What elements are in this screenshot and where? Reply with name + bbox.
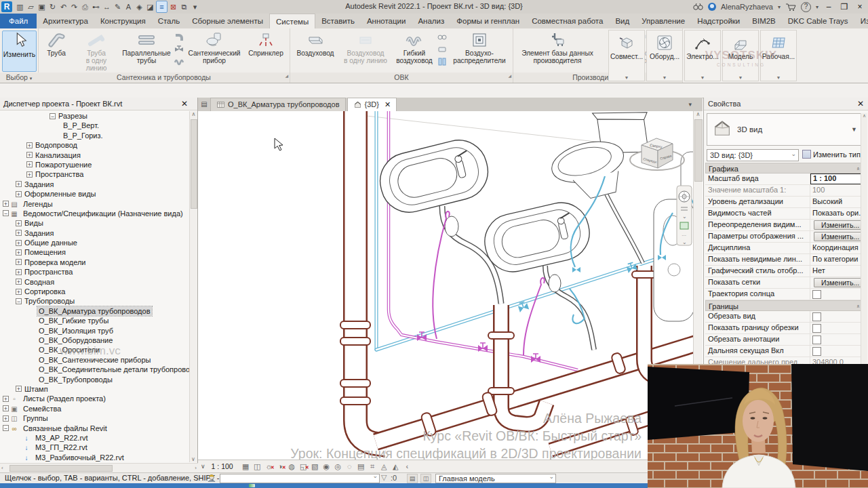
tree-toggle-icon[interactable]: −	[16, 298, 22, 304]
view-scale[interactable]: 1 : 100	[212, 462, 233, 470]
duct-convert-icon[interactable]	[437, 56, 448, 67]
ribbon-button-0-2[interactable]: Параллельные трубы	[120, 30, 173, 70]
property-value-cell[interactable]	[810, 334, 863, 345]
lock-3d-view-icon[interactable]: ◉	[321, 462, 332, 472]
tree-toggle-icon[interactable]: +	[16, 181, 22, 187]
tree-toggle-icon[interactable]: +	[16, 249, 22, 256]
properties-close-icon[interactable]: ✕	[857, 98, 864, 110]
sink-1[interactable]	[374, 134, 501, 304]
undo-icon[interactable]: ↶	[58, 1, 68, 12]
sun-path-icon[interactable]: ☼	[264, 462, 274, 472]
ribbon-tab-3[interactable]: Сталь	[152, 14, 186, 28]
thin-lines-icon[interactable]: ≡	[156, 1, 167, 13]
select-panel-label[interactable]: Выбор ▾	[0, 73, 38, 83]
window-icon[interactable]: ▥	[15, 1, 25, 12]
project-browser-header[interactable]: Диспетчер проекта - Проект ВК.rvt ✕	[0, 98, 197, 110]
property-value-cell[interactable]: Показать ори...	[810, 208, 863, 219]
properties-header[interactable]: Свойства ✕	[704, 98, 868, 110]
tree-item[interactable]: +Пространства	[0, 169, 191, 179]
reveal-hidden-icon[interactable]: ◌	[344, 462, 355, 472]
tree-item[interactable]: ↓М3_ГП_R22.rvt	[0, 443, 191, 452]
temporary-hide-isolate-icon[interactable]: ◎	[333, 462, 343, 472]
tree-toggle-icon[interactable]: +	[26, 142, 33, 148]
section-icon[interactable]: ◪	[145, 1, 155, 12]
tree-item[interactable]: +Пространства	[0, 267, 191, 277]
tree-toggle-icon[interactable]: −	[3, 425, 9, 431]
3d-view-drawing[interactable]: Сверху Спереди Справа ⌄ ⋯ ⌄	[198, 111, 703, 460]
tree-toggle-icon[interactable]: +	[16, 279, 22, 285]
tree-item[interactable]: +Проверка модели	[0, 258, 191, 267]
ribbon-button-1-3[interactable]: Воздухо- распределители	[448, 30, 511, 70]
property-value-cell[interactable]: Изменить...	[810, 277, 863, 288]
modify-button[interactable]: Изменить	[2, 30, 37, 72]
property-edit-button[interactable]: Изменить...	[814, 278, 863, 287]
tree-item[interactable]: ↓М3_Разбивочный_R22.rvt	[0, 453, 191, 462]
tree-toggle-icon[interactable]: +	[3, 405, 9, 411]
tree-toggle-icon[interactable]: +	[26, 152, 33, 158]
ribbon-tab-6[interactable]: Вставить	[315, 14, 361, 28]
ribbon-tab-4[interactable]: Сборные элементы	[186, 14, 269, 28]
tree-item[interactable]: +◫Группы	[0, 413, 191, 423]
ribbon-panel-title-1[interactable]: ОВК◢	[290, 73, 513, 83]
dimension-icon[interactable]: ↔	[102, 1, 112, 12]
tree-item[interactable]: О_ВК_Арматура трубопроводов	[0, 306, 191, 316]
property-value-cell[interactable]	[810, 289, 863, 300]
tree-item[interactable]: +▫Листы (Раздел проекта)	[0, 394, 191, 403]
instance-combo[interactable]: 3D вид: {3D}	[707, 149, 799, 161]
ribbon-tab-15[interactable]: DKC Cable Trays	[782, 14, 854, 28]
vcb-collapse-icon[interactable]: ∨	[201, 463, 205, 470]
tree-item[interactable]: В_Р_Гориз.	[0, 131, 191, 140]
ribbon-button-0-0[interactable]: Труба	[40, 30, 73, 70]
pipe-accessory-icon[interactable]	[174, 44, 184, 55]
view-tab-close-icon[interactable]: ✕	[384, 98, 391, 111]
tree-item[interactable]: +Общие данные	[0, 238, 191, 247]
edit-type-button[interactable]: Изменить тип	[802, 149, 861, 161]
tree-item[interactable]: +Сводная	[0, 277, 191, 287]
tree-item[interactable]: −∞Связанные файлы Revit	[0, 424, 191, 433]
property-value-cell[interactable]: Нет	[810, 266, 863, 277]
property-edit-button[interactable]: Изменить...	[814, 232, 863, 241]
ribbon-tab-5[interactable]: Системы	[269, 14, 315, 28]
rendering-dialog-icon[interactable]: ◍	[287, 462, 297, 472]
ribbon-button-2-0[interactable]: Элемент базы данных производителя	[515, 30, 599, 70]
duct-accessory-icon[interactable]	[437, 44, 448, 55]
collapsed-panel-4[interactable]: Рабочая...▼	[760, 30, 797, 81]
tree-item[interactable]: +Задания	[0, 180, 191, 189]
tree-item[interactable]: О_ВК_Оросители	[0, 345, 191, 354]
measure-icon[interactable]: ⊷	[91, 1, 101, 12]
property-value-cell[interactable]	[810, 311, 863, 322]
pipe-fitting-icon[interactable]	[174, 32, 184, 43]
tree-item[interactable]: +Канализация	[0, 150, 191, 160]
revit-logo-icon[interactable]: R	[1, 1, 12, 12]
property-value-cell[interactable]: 1 : 100	[810, 174, 863, 184]
print-icon[interactable]: ⎙	[80, 1, 90, 12]
app-store-cart-icon[interactable]	[785, 3, 796, 11]
taskbar-app-icon[interactable]	[249, 484, 255, 487]
tree-item[interactable]: +Штамп	[0, 384, 191, 394]
property-value-cell[interactable]	[810, 323, 863, 333]
signed-in-user[interactable]: AlenaRyzhaeva	[721, 3, 773, 11]
tree-toggle-icon[interactable]: +	[16, 191, 22, 197]
help-icon[interactable]: ?	[801, 2, 811, 12]
view-list-icon[interactable]: ▤	[198, 98, 210, 111]
tree-item[interactable]: +Оформленные виды	[0, 189, 191, 199]
property-checkbox[interactable]	[812, 290, 821, 299]
close-hidden-windows-icon[interactable]: ⊠	[168, 1, 178, 12]
ribbon-tab-11[interactable]: Вид	[609, 14, 635, 28]
ribbon-tab-16[interactable]: Изменить	[854, 14, 868, 28]
tree-item[interactable]: −▦Ведомости/Спецификации (Назначение вид…	[0, 209, 191, 218]
tree-item[interactable]: О_ВК_Сантехнические приборы	[0, 355, 191, 365]
ribbon-tab-8[interactable]: Анализ	[412, 14, 450, 28]
design-options-icon[interactable]	[207, 474, 216, 484]
tree-toggle-icon[interactable]: +	[16, 220, 22, 226]
tree-item[interactable]: +Водопровод	[0, 140, 191, 150]
tree-item[interactable]: О_ВК_Гибкие трубы	[0, 316, 191, 325]
tree-item[interactable]: ↓М3_АР_R22.rvt	[0, 433, 191, 443]
property-checkbox[interactable]	[812, 324, 821, 333]
filter-icon[interactable]: ▽	[381, 473, 387, 482]
default-3d-view-icon[interactable]: ◈	[134, 1, 144, 12]
ribbon-tab-9[interactable]: Формы и генплан	[450, 14, 526, 28]
collapsed-panel-3[interactable]: Модель▼	[722, 30, 759, 81]
ribbon-tab-14[interactable]: BIM2B	[746, 14, 782, 28]
help-menu-chevron-icon[interactable]: ▾	[816, 4, 818, 10]
